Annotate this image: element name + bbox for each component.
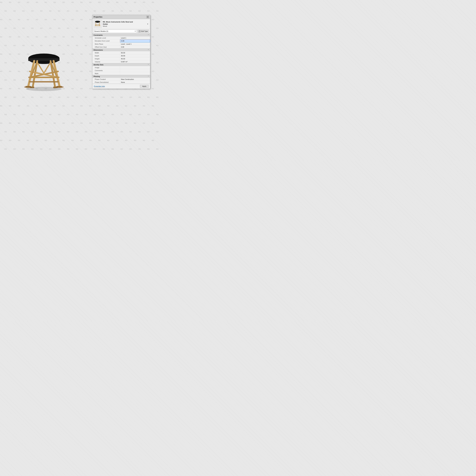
close-button[interactable]: ✕ (147, 16, 149, 18)
prop-value (120, 72, 150, 75)
prop-value: 56.00 (120, 51, 150, 54)
prop-label: Phase Created (92, 78, 120, 81)
prop-value: 0.007 m³ (120, 60, 150, 63)
prop-row: Image (92, 66, 150, 69)
item-material: Wood (103, 25, 145, 27)
svg-point-21 (26, 87, 62, 91)
prop-value: 45.50 (120, 57, 150, 60)
section-header-dimensions[interactable]: Dimensions⌃ (92, 49, 150, 51)
svg-line-26 (99, 22, 100, 26)
prop-row: Comments (92, 69, 150, 72)
edit-type-label: Edit Type (141, 30, 148, 32)
section-label-phasing: Phasing (94, 76, 100, 77)
type-dropdown-arrow: ▼ (135, 31, 136, 32)
prop-row: Offset from Host0.00 (92, 46, 150, 49)
prop-label: Elevation from Level (92, 39, 120, 42)
prop-label: Volume (92, 60, 120, 63)
prop-row: Width56.00 (92, 51, 150, 54)
prop-row: Phase DemolishedNone (92, 81, 150, 84)
prop-value (120, 69, 150, 72)
item-name-block: RD_Music Instruments Cello Stool and Hol… (103, 21, 145, 27)
prop-row: Phase CreatedNew Construction (92, 78, 150, 81)
properties-panel: Properties ✕ RD_Music Instruments Cello … (92, 15, 150, 89)
prop-label: Offset from Host (92, 46, 120, 48)
panel-title: Properties (94, 16, 102, 18)
prop-row: Height45.50 (92, 57, 150, 60)
prop-value: Level 1 (120, 36, 150, 39)
prop-label: Depth (92, 54, 120, 57)
prop-value: 36.90 (120, 54, 150, 57)
svg-line-25 (95, 22, 96, 26)
section-header-phasing[interactable]: Phasing⌃ (92, 75, 150, 78)
apply-button[interactable]: Apply (140, 85, 149, 88)
item-thumbnail (94, 20, 102, 28)
prop-label: Height (92, 57, 120, 60)
prop-row: Work PlaneLevel : Level 1 (92, 43, 150, 46)
section-header-constraints[interactable]: Constraints⌃ (92, 34, 150, 36)
svg-rect-2 (28, 58, 60, 61)
prop-row: Schedule LevelLevel 1 (92, 36, 150, 39)
section-collapse-dimensions[interactable]: ⌃ (148, 49, 149, 51)
item-name-line2: Holder (103, 23, 145, 25)
prop-value: 0.00 (120, 46, 150, 48)
section-header-identity_data[interactable]: Identity Data⌃ (92, 63, 150, 66)
prop-row: Elevation from Level0.00 (92, 39, 150, 43)
prop-label: Image (92, 66, 120, 69)
type-dropdown[interactable]: Generic Models (1) ▼ (94, 30, 136, 33)
section-collapse-phasing[interactable]: ⌃ (148, 76, 149, 77)
prop-value: Level : Level 1 (120, 43, 150, 45)
stool-illustration (15, 48, 71, 101)
section-label-constraints: Constraints (94, 34, 103, 36)
section-collapse-constraints[interactable]: ⌃ (148, 34, 149, 36)
edit-type-button[interactable]: Edit Type (137, 30, 149, 33)
edit-type-icon (138, 30, 141, 32)
prop-label: Mark (92, 72, 120, 75)
prop-label: Comments (92, 69, 120, 72)
prop-label: Work Plane (92, 43, 120, 45)
panel-body: Constraints⌃Schedule LevelLevel 1Elevati… (92, 34, 150, 84)
type-selector-row: Generic Models (1) ▼ Edit Type (92, 29, 150, 34)
panel-footer: Properties help Apply (92, 84, 150, 89)
properties-help-link[interactable]: Properties help (94, 85, 105, 87)
prop-row: Mark (92, 72, 150, 75)
item-name-line1: RD_Music Instruments Cello Stool and (103, 21, 145, 23)
section-label-identity_data: Identity Data (94, 64, 103, 66)
svg-rect-24 (95, 22, 100, 22)
prop-row: Volume0.007 m³ (92, 60, 150, 63)
section-collapse-identity_data[interactable]: ⌃ (148, 64, 149, 66)
prop-value (120, 66, 150, 69)
prop-label: Phase Demolished (92, 81, 120, 84)
prop-label: Width (92, 51, 120, 54)
section-label-dimensions: Dimensions (94, 49, 103, 51)
panel-titlebar: Properties ✕ (92, 15, 150, 19)
type-dropdown-value: Generic Models (1) (94, 30, 108, 32)
prop-value: None (120, 81, 150, 84)
prop-value: New Construction (120, 78, 150, 81)
header-dropdown-arrow[interactable]: ▼ (147, 20, 149, 28)
prop-label: Schedule Level (92, 36, 120, 39)
prop-value[interactable]: 0.00 (120, 39, 150, 42)
prop-row: Depth36.90 (92, 54, 150, 57)
panel-header: RD_Music Instruments Cello Stool and Hol… (92, 19, 150, 29)
